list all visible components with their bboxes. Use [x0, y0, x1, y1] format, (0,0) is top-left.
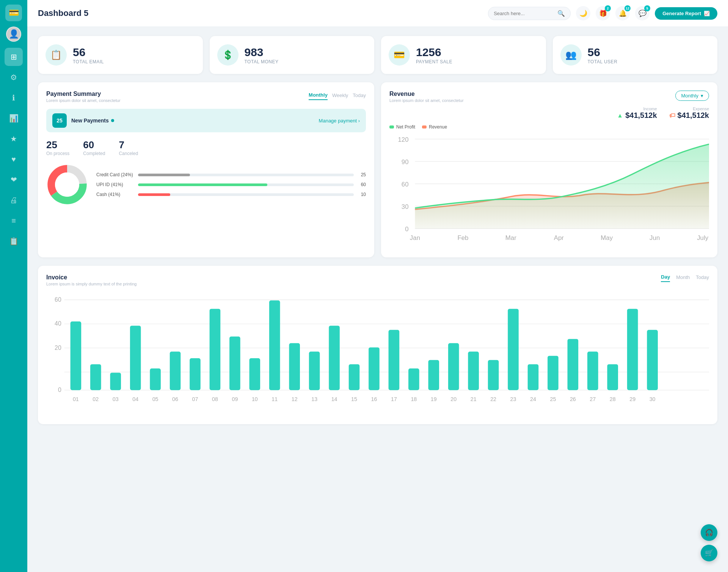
svg-text:30: 30 [650, 396, 656, 402]
svg-rect-50 [269, 301, 280, 390]
svg-text:06: 06 [172, 396, 178, 402]
bell-badge: 12 [624, 5, 631, 11]
manage-payment-link[interactable]: Manage payment › [319, 118, 360, 124]
support-fab[interactable]: 🎧 [701, 524, 717, 541]
svg-point-3 [55, 172, 79, 197]
svg-text:09: 09 [232, 396, 238, 402]
search-input[interactable] [494, 11, 554, 16]
header-right: 🔍 🌙 🎁 2 🔔 12 💬 5 Generate Report 📈 [488, 6, 717, 20]
svg-text:60: 60 [402, 181, 409, 188]
cart-fab[interactable]: 🛒 [701, 545, 717, 561]
chevron-down-icon: ▾ [701, 93, 703, 99]
svg-text:26: 26 [570, 396, 576, 402]
svg-text:11: 11 [271, 396, 278, 402]
svg-text:08: 08 [212, 396, 218, 402]
donut-chart [46, 164, 88, 205]
svg-text:40: 40 [55, 321, 61, 327]
chat-button[interactable]: 💬 5 [635, 6, 650, 20]
sidebar-item-favorite[interactable]: ♥ [5, 150, 23, 168]
bar-label-upi: UPI ID (41%) [96, 182, 134, 187]
revenue-area-chart: 120 90 60 30 0 [389, 133, 709, 248]
svg-rect-82 [587, 352, 598, 390]
card-icon: 💳 [394, 50, 405, 60]
expense-arrow-icon: 🏷 [669, 112, 675, 119]
svg-text:16: 16 [371, 396, 377, 402]
tab-weekly[interactable]: Weekly [332, 91, 348, 100]
bar-track-cash [138, 193, 354, 196]
svg-text:01: 01 [73, 396, 79, 402]
sidebar-logo[interactable]: 💳 [5, 5, 22, 21]
tab-today[interactable]: Today [353, 91, 366, 100]
chat-badge: 5 [644, 5, 650, 11]
email-stat-info: 56 TOTAL EMAIL [73, 46, 104, 64]
netprofit-legend-dot [389, 125, 394, 129]
bar-val-cash: 10 [358, 192, 366, 197]
email-stat-icon: 📋 [46, 44, 67, 66]
svg-text:Jun: Jun [650, 234, 660, 241]
income-amount: Income ▲ $41,512k [617, 107, 657, 120]
bar-label-credit: Credit Card (24%) [96, 172, 134, 177]
svg-text:21: 21 [471, 396, 477, 402]
tab-monthly[interactable]: Monthly [309, 91, 328, 100]
gift-button[interactable]: 🎁 2 [596, 6, 610, 20]
svg-text:0: 0 [405, 226, 408, 233]
payment-summary-card: Payment Summary Lorem ipsum dolor sit am… [38, 82, 374, 257]
svg-text:60: 60 [55, 296, 61, 303]
chart-legend: Net Profit Revenue [389, 124, 709, 130]
revenue-monthly-dropdown[interactable]: Monthly ▾ [675, 91, 709, 101]
search-icon: 🔍 [557, 10, 565, 17]
bar-track-upi [138, 183, 354, 186]
svg-text:03: 03 [113, 396, 119, 402]
revenue-legend-dot [422, 125, 427, 129]
theme-toggle-button[interactable]: 🌙 [576, 6, 590, 20]
users-icon: 👥 [565, 50, 577, 60]
svg-text:17: 17 [391, 396, 397, 402]
svg-text:02: 02 [93, 396, 99, 402]
star-icon: ★ [10, 134, 17, 143]
sidebar-item-star[interactable]: ★ [5, 130, 23, 148]
sidebar-item-info[interactable]: ℹ [5, 89, 23, 107]
svg-text:28: 28 [610, 396, 616, 402]
svg-rect-74 [508, 309, 519, 390]
sidebar-item-doc[interactable]: 📋 [5, 232, 23, 250]
svg-text:10: 10 [252, 396, 258, 402]
invoice-tab-month[interactable]: Month [676, 274, 690, 282]
invoice-subtitle: Lorem ipsum is simply dummy text of the … [46, 282, 136, 286]
income-value: ▲ $41,512k [617, 111, 657, 120]
sidebar-item-dashboard[interactable]: ⊞ [5, 48, 23, 66]
svg-rect-32 [90, 364, 101, 390]
stat-mini-onprocess-label: On process [46, 151, 69, 156]
svg-rect-78 [548, 356, 559, 390]
bell-button[interactable]: 🔔 12 [615, 6, 630, 20]
sidebar-item-list[interactable]: ≡ [5, 212, 23, 230]
stats-mini: 25 On process 60 Completed 7 Canceled [46, 139, 366, 156]
heart2-icon: ❤ [11, 175, 17, 184]
stat-card-payment: 💳 1256 PAYMENT SALE [381, 36, 546, 74]
sidebar-item-print[interactable]: 🖨 [5, 191, 23, 209]
revenue-legend-label: Revenue [429, 124, 447, 130]
svg-rect-72 [488, 360, 499, 390]
legend-netprofit: Net Profit [389, 124, 415, 130]
invoice-tab-day[interactable]: Day [661, 274, 670, 282]
sidebar-item-chart[interactable]: 📊 [5, 109, 23, 127]
stat-mini-canceled-label: Canceled [119, 151, 138, 156]
middle-row: Payment Summary Lorem ipsum dolor sit am… [38, 82, 717, 257]
revenue-amounts: Income ▲ $41,512k Expense 🏷 $41,512k [389, 107, 709, 120]
invoice-bar-chart-wrapper: 60 40 20 0 01 02 [46, 294, 709, 416]
svg-text:23: 23 [510, 396, 516, 402]
svg-text:30: 30 [402, 203, 409, 210]
svg-text:20: 20 [55, 345, 61, 351]
svg-text:Mar: Mar [505, 234, 516, 241]
sidebar-item-heart2[interactable]: ❤ [5, 171, 23, 189]
stat-mini-canceled-num: 7 [119, 139, 138, 151]
generate-report-button[interactable]: Generate Report 📈 [655, 7, 717, 20]
bar-row-cash: Cash (41%) 10 [96, 192, 366, 197]
expense-amount: Expense 🏷 $41,512k [669, 107, 709, 120]
svg-text:22: 22 [490, 396, 496, 402]
stat-mini-completed: 60 Completed [83, 139, 105, 156]
svg-text:18: 18 [411, 396, 417, 402]
invoice-tab-today[interactable]: Today [696, 274, 709, 282]
search-box[interactable]: 🔍 [488, 7, 571, 20]
avatar[interactable]: 👤 [6, 27, 21, 42]
sidebar-item-settings[interactable]: ⚙ [5, 68, 23, 86]
